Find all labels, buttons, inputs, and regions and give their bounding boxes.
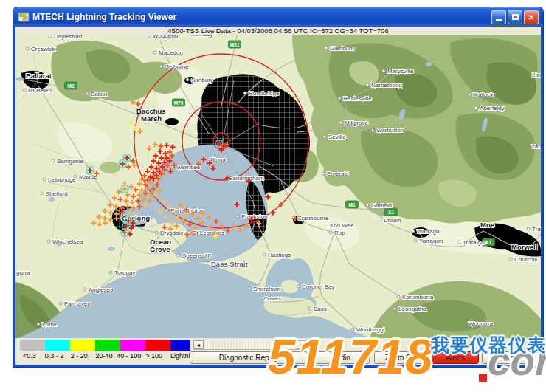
intensity-legend-labels: <0.30.3 - 22 - 2020-4040 - 100> 100Light… [17,352,201,360]
town-marker [49,35,52,38]
map-label: Marysville [387,68,414,75]
town-marker [186,78,189,81]
map-label: Glenburn [330,45,354,52]
map-label: Bamganie [57,158,84,165]
map-label: Licola [532,72,541,78]
map-label: Cranbourne [297,215,329,221]
window-title: MTECH Lightning Tracking Viewer [32,12,491,22]
town-marker [109,271,112,274]
history-scrollbar[interactable]: ◄ ► [193,340,308,350]
map-label: Grove [150,245,170,253]
road-shield-label: M79 [174,100,184,106]
minimize-button[interactable] [491,10,506,24]
map-label: Leongatha [398,306,426,312]
map-label: Gisborne [165,63,189,70]
map-label: Shoreham [253,286,280,292]
town-marker [155,231,158,234]
road-shield-label: A1 [388,210,395,215]
legend-label: > 100 [142,352,167,360]
map-label: Rup [334,230,345,236]
town-marker [329,231,332,234]
town-marker [187,231,190,234]
map-label: Macedon [159,49,183,56]
town-marker [322,172,325,175]
live-data-status: 4500-TSS Live Data - 04/03/2008 04:56 UT… [15,27,541,35]
audio-button[interactable]: Audio [312,351,370,364]
map-label: Sunbury [191,77,213,83]
map-label: Shelford [46,190,68,197]
map-label: Queenscliff [182,252,212,259]
town-marker [37,323,40,326]
map-label: Wonthaggi [356,326,384,333]
map-label: Creswick [31,46,55,52]
map-label: Anglesea [89,286,114,293]
map-viewport[interactable]: M8M79M31M1A1A1 DaylesfordCreswickBallara… [15,35,541,338]
map-label: Coronet Bay [302,283,334,290]
map-label: Seville [328,134,346,140]
reset-button[interactable]: Reset [482,351,539,364]
town-marker [263,253,266,256]
close-button[interactable]: ✕ [524,10,539,24]
town-marker [52,159,55,162]
map-label: Emerald [327,171,349,177]
town-marker [382,69,385,72]
town-marker [366,83,369,86]
road-shield-label: M1 [348,202,355,207]
map-label: Bass Strait [211,260,248,268]
map-label: Fairhaven [64,300,91,307]
map-label: Matlock [473,92,494,98]
map-label: Mt Helen [28,87,52,94]
map-label: Korumburra [402,294,434,300]
maximize-button[interactable] [508,10,522,24]
town-marker [86,92,89,95]
map-label: Romsey [191,35,212,38]
town-marker [414,239,417,242]
map-label: Yarragon [419,238,443,244]
alerts-button[interactable]: Alerts [432,351,479,364]
town-marker [338,97,341,100]
town-marker [41,192,44,195]
legend-segment [70,340,95,351]
map-label: Hurstbridge [249,90,280,97]
scroll-left-arrow[interactable]: ◄ [193,340,204,349]
town-marker [379,219,381,221]
town-marker [83,288,86,291]
town-marker [297,285,300,288]
legend-label: 40 - 100 [117,352,142,360]
legend-segment [170,340,190,351]
legend-segment [145,340,170,351]
map-label: Aberfeldy [480,105,505,111]
map-label: Woorarra [469,320,494,327]
title-bar[interactable]: MTECH Lightning Tracking Viewer ✕ [13,7,543,27]
town-marker [308,307,311,310]
town-marker [474,106,477,109]
legend-label: <0.3 [17,352,42,360]
scroll-right-arrow[interactable]: ► [297,340,307,349]
town-marker [509,258,512,261]
map-label: Woodend [153,35,178,39]
town-marker [59,302,62,305]
town-marker [43,178,46,181]
legend-segment [95,340,120,351]
map-label: Moe [480,221,494,229]
watermark-dot [477,371,489,384]
map-label: Frankston [241,213,268,220]
map-label: Cowes [263,295,281,302]
lightning-map[interactable]: M8M79M31M1A1A1 DaylesfordCreswickBallara… [15,35,541,338]
town-marker [397,295,400,298]
map-label: gurra [16,269,30,276]
map-label: Koo Wee [330,222,354,229]
map-label: Werribee [176,164,201,171]
zoom-out-button[interactable]: Zoom Out [374,351,429,364]
road-shield-label: A1 [485,240,492,245]
town-marker [165,209,168,212]
town-marker [248,287,251,290]
town-marker [325,47,328,49]
diagnostic-replay-button[interactable]: Diagnostic Replay [190,351,308,364]
map-label: Ballarat [26,72,52,80]
intensity-legend-bar [20,340,190,351]
map-label: Lorne [42,321,58,328]
town-marker [159,65,162,68]
town-marker [236,215,239,218]
map-label: Healesville [343,95,372,102]
